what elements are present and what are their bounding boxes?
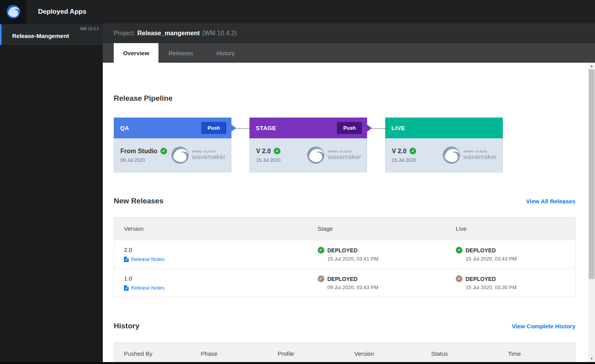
project-header: Project: Release_mangement (WM 10.4.2) xyxy=(103,24,595,43)
pipeline-stage-qa: QA Push From Studio ✓ 09 Jul 2020 xyxy=(114,118,231,172)
sidebar: WM 10.4.2 Release-Mangement xyxy=(0,24,103,364)
stage-header-stage: STAGE Push xyxy=(249,118,367,138)
release-notes-label: Release Notes xyxy=(131,256,164,262)
project-version: (WM 10.4.2) xyxy=(202,30,237,37)
stage-status: DEPLOYED xyxy=(328,276,358,282)
tab-overview[interactable]: Overview xyxy=(114,43,158,63)
sidebar-item-release-management[interactable]: WM 10.4.2 Release-Mangement xyxy=(0,24,103,45)
col-time: Time xyxy=(498,350,575,357)
release-version: 2.0 xyxy=(124,246,308,253)
project-label: Project: xyxy=(114,30,135,37)
stage-date-live: 15 Jul 2020 xyxy=(392,158,416,163)
col-version: Version xyxy=(344,350,421,357)
stage-name-live: LIVE xyxy=(391,125,405,131)
table-header-row: Pushed By Phase Profile Version Status T… xyxy=(114,342,575,362)
live-time: 15 Jul 2020, 03:35 PM xyxy=(456,284,575,290)
content-area: Release Pipeline QA Push From Studio ✓ xyxy=(103,63,588,362)
deployed-check-icon: ✓ xyxy=(318,275,324,282)
pipeline-stage-live: LIVE V 2.0 ✓ 15 Jul 2020 xyxy=(385,118,503,172)
stage-name-qa: QA xyxy=(120,125,129,131)
logo-line1: DEMO CLOUD xyxy=(192,150,226,153)
connector-dotted-line xyxy=(372,128,385,129)
demo-cloud-logo: DEMO CLOUD wavemaker xyxy=(442,146,497,164)
col-status: Status xyxy=(421,350,498,357)
app-title: Deployed Apps xyxy=(38,8,86,16)
project-title: Release_mangement xyxy=(137,30,200,37)
tabbar: Overview Releases History xyxy=(103,43,595,63)
wave-icon xyxy=(307,146,325,164)
check-circle-icon: ✓ xyxy=(274,148,280,154)
table-row: 1.0 Release Notes ✓ DEPLOYED 09 Jul 2020… xyxy=(114,268,575,297)
live-time: 15 Jul 2020, 03:43 PM xyxy=(456,256,575,262)
logo-line1: DEMO CLOUD xyxy=(328,150,361,153)
new-releases-table: Version Stage Live 2.0 Release Notes xyxy=(114,217,575,297)
col-phase: Phase xyxy=(191,350,268,357)
table-header-row: Version Stage Live xyxy=(114,217,575,240)
arrow-right-icon xyxy=(367,125,372,132)
stage-header-live: LIVE xyxy=(385,118,503,138)
project-name-label: Release-Mangement xyxy=(12,33,69,39)
wave-icon xyxy=(171,146,189,164)
stage-time: 09 Jul 2020, 03:43 PM xyxy=(318,284,446,290)
new-releases-heading: New Releases xyxy=(114,197,164,205)
new-releases-section-head: New Releases View All Releases xyxy=(114,197,575,205)
connector-dotted-line xyxy=(236,128,249,129)
table-row: 2.0 Release Notes ✓ DEPLOYED 15 Jul 2020… xyxy=(114,240,575,268)
app-logo-button[interactable] xyxy=(0,0,26,24)
tab-releases[interactable]: Releases xyxy=(158,43,203,63)
col-live: Live xyxy=(446,225,575,232)
stage-time: 15 Jul 2020, 03:41 PM xyxy=(318,256,446,262)
live-status: DEPLOYED xyxy=(466,276,496,282)
history-heading: History xyxy=(114,322,139,330)
scroll-down-icon[interactable]: ▼ xyxy=(588,355,595,362)
topbar: Deployed Apps xyxy=(0,0,595,24)
history-section-head: History View Complete History xyxy=(114,322,575,330)
arrow-right-icon xyxy=(231,125,236,132)
col-version: Version xyxy=(114,225,308,232)
demo-cloud-logo: DEMO CLOUD wavemaker xyxy=(171,146,226,164)
wave-icon xyxy=(442,146,460,164)
project-version-badge: WM 10.4.2 xyxy=(80,27,99,31)
logo-line1: DEMO CLOUD xyxy=(464,150,497,153)
stage-body-stage: V 2.0 ✓ 15 Jul 2020 DEMO CLOUD wavemaker xyxy=(249,138,367,172)
deployed-check-icon: ✓ xyxy=(318,247,324,254)
stage-date-qa: 09 Jul 2020 xyxy=(120,158,167,163)
check-circle-icon: ✓ xyxy=(160,148,167,154)
stage-body-live: V 2.0 ✓ 15 Jul 2020 DEMO CLOUD wavemaker xyxy=(385,138,503,172)
push-button-stage[interactable]: Push xyxy=(337,122,362,134)
pipeline-stage-stage: STAGE Push V 2.0 ✓ 15 Jul 2020 xyxy=(249,118,367,172)
deployed-check-icon: ✓ xyxy=(456,275,462,282)
wavemaker-logo-icon xyxy=(6,5,20,19)
document-icon xyxy=(124,285,129,291)
view-all-releases-link[interactable]: View All Releases xyxy=(526,198,575,205)
vertical-scrollbar[interactable]: ▲ ▼ xyxy=(588,63,595,362)
release-pipeline: QA Push From Studio ✓ 09 Jul 2020 xyxy=(114,118,575,172)
stage-status: DEPLOYED xyxy=(328,247,358,254)
release-notes-link[interactable]: Release Notes xyxy=(124,256,308,262)
release-notes-label: Release Notes xyxy=(131,285,164,291)
view-complete-history-link[interactable]: View Complete History xyxy=(512,323,575,330)
stage-name-stage: STAGE xyxy=(256,125,276,131)
deployed-check-icon: ✓ xyxy=(456,247,462,254)
stage-version-qa: From Studio xyxy=(120,148,157,155)
release-notes-link[interactable]: Release Notes xyxy=(124,285,308,291)
scroll-up-icon[interactable]: ▲ xyxy=(588,63,595,69)
check-circle-icon: ✓ xyxy=(409,148,416,154)
scrollbar-thumb[interactable] xyxy=(589,69,595,279)
stage-version-live: V 2.0 xyxy=(392,148,406,155)
push-button-qa[interactable]: Push xyxy=(201,122,226,134)
logo-line2: wavemaker xyxy=(328,154,361,161)
live-status: DEPLOYED xyxy=(466,247,496,254)
history-table: Pushed By Phase Profile Version Status T… xyxy=(114,342,575,362)
col-profile: Profile xyxy=(268,350,345,357)
main-panel: Project: Release_mangement (WM 10.4.2) O… xyxy=(103,24,595,364)
release-version: 1.0 xyxy=(124,275,308,282)
col-stage: Stage xyxy=(308,225,446,232)
tab-history[interactable]: History xyxy=(203,43,248,63)
demo-cloud-logo: DEMO CLOUD wavemaker xyxy=(307,146,361,164)
logo-line2: wavemaker xyxy=(192,154,226,161)
logo-line2: wavemaker xyxy=(464,154,497,161)
document-icon xyxy=(124,257,129,262)
stage-header-qa: QA Push xyxy=(114,118,231,138)
stage-version-stage: V 2.0 xyxy=(256,148,271,155)
